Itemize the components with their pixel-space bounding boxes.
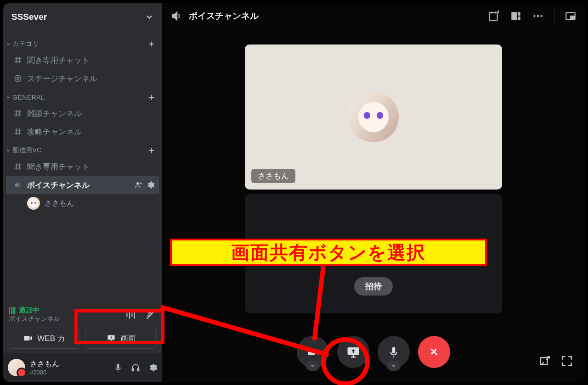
svg-point-3 (15, 75, 21, 81)
svg-rect-25 (518, 17, 520, 20)
disconnect-icon[interactable] (145, 309, 157, 321)
text-channel[interactable]: 攻略チャンネル (6, 123, 159, 141)
participant-tile[interactable]: ささもん (245, 45, 502, 190)
user-name: ささもん (30, 359, 59, 369)
camera-options[interactable] (306, 361, 320, 371)
svg-point-28 (540, 15, 542, 17)
open-chat-icon[interactable] (539, 355, 551, 367)
stage-icon (12, 73, 23, 84)
text-icon (12, 126, 23, 137)
call-screenshare-button[interactable] (337, 336, 369, 368)
svg-point-8 (136, 182, 139, 185)
create-event-icon[interactable] (488, 10, 500, 22)
create-invite-icon[interactable] (135, 181, 143, 189)
camera-icon (23, 334, 33, 343)
screen-share-button[interactable]: 画面 (85, 328, 157, 349)
svg-rect-24 (518, 12, 520, 16)
voice-status-channel: ボイスチャンネル (9, 315, 60, 323)
voice-status: 通話中 (9, 306, 60, 315)
member-avatar (27, 197, 40, 210)
svg-rect-18 (489, 12, 497, 20)
participant-avatar (348, 92, 399, 142)
category-header[interactable]: 配信用VC (3, 141, 162, 157)
svg-point-26 (533, 15, 535, 17)
text-icon (12, 161, 23, 172)
svg-rect-23 (511, 12, 517, 20)
svg-rect-30 (571, 16, 575, 19)
add-channel-icon[interactable] (147, 40, 156, 48)
mic-icon[interactable] (113, 363, 123, 372)
call-topbar: ボイスチャンネル (162, 3, 585, 29)
text-channel[interactable]: 聞き専用チャット (6, 51, 159, 69)
webcam-button[interactable]: WEB カ (9, 328, 80, 349)
mic-options[interactable] (387, 361, 401, 371)
svg-point-27 (537, 15, 539, 17)
category-header[interactable]: GENERAL (3, 88, 162, 104)
svg-point-2 (17, 78, 19, 80)
voice-channel[interactable]: ボイスチャンネル (6, 176, 159, 194)
user-tag: #2005 (30, 369, 59, 376)
call-title: ボイスチャンネル (189, 10, 259, 22)
text-channel[interactable]: 聞き専用チャット (6, 157, 159, 176)
more-icon[interactable] (532, 10, 544, 22)
invite-button[interactable]: 招待 (354, 277, 393, 296)
call-stage: ささもん (162, 29, 585, 382)
voice-member[interactable]: ささもん (3, 194, 162, 212)
add-channel-icon[interactable] (147, 93, 156, 101)
category-header[interactable]: カテゴリ (3, 34, 162, 51)
server-header[interactable]: SSSever (3, 3, 162, 31)
text-icon (12, 108, 23, 119)
hangup-button[interactable] (418, 336, 450, 368)
channel-list: カテゴリ聞き専用チャットステージチャンネルGENERAL雑談チャンネル攻略チャン… (3, 31, 162, 301)
focus-view-icon[interactable] (510, 10, 522, 22)
stage-channel[interactable]: ステージチャンネル (6, 69, 159, 88)
svg-rect-17 (137, 368, 139, 371)
screen-share-icon (107, 334, 116, 343)
user-avatar[interactable] (8, 359, 25, 376)
user-panel: ささもん #2005 (3, 353, 162, 382)
annotation-label: 画面共有ボタンを選択 (170, 239, 487, 266)
server-name: SSSever (11, 12, 47, 22)
noise-suppression-icon[interactable] (124, 309, 136, 321)
gear-icon[interactable] (148, 363, 158, 372)
participant-name: ささもん (251, 169, 295, 183)
add-channel-icon[interactable] (147, 146, 156, 155)
voice-status-panel: 通話中 ボイスチャンネル WEB カ 画面 (3, 301, 162, 353)
gear-icon[interactable] (147, 181, 155, 189)
headphones-icon[interactable] (131, 363, 140, 372)
text-icon (12, 55, 23, 66)
speaker-icon (170, 10, 182, 22)
call-mic-button[interactable] (378, 336, 410, 368)
svg-rect-33 (540, 357, 547, 364)
chevron-down-icon (145, 12, 154, 22)
text-channel[interactable]: 雑談チャンネル (6, 104, 159, 123)
voice-icon (12, 179, 23, 190)
popout-icon[interactable] (565, 10, 577, 22)
svg-rect-16 (132, 368, 134, 371)
fullscreen-icon[interactable] (561, 355, 573, 367)
